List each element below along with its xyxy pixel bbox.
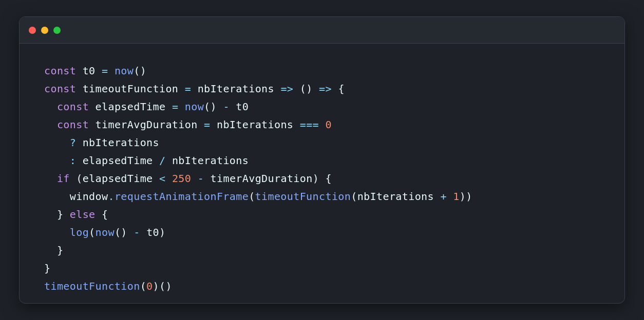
maximize-button[interactable] xyxy=(53,27,61,34)
code-line-1: const t0 = now() xyxy=(44,62,600,80)
code-line-12: } xyxy=(44,259,600,277)
code-line-3: const elapsedTime = now() - t0 xyxy=(44,98,600,116)
code-line-4: const timerAvgDuration = nbIterations ==… xyxy=(44,116,600,134)
code-line-11: } xyxy=(44,242,600,259)
code-line-13: timeoutFunction(0)() xyxy=(44,277,600,295)
code-line-6: : elapsedTime / nbIterations xyxy=(44,152,600,170)
code-line-10: log(now() - t0) xyxy=(44,224,600,242)
close-button[interactable] xyxy=(29,27,36,34)
code-line-9: } else { xyxy=(44,206,600,224)
code-line-7: if (elapsedTime < 250 - timerAvgDuration… xyxy=(44,170,600,188)
code-window: const t0 = now() const timeoutFunction =… xyxy=(19,16,625,304)
minimize-button[interactable] xyxy=(41,27,48,34)
titlebar xyxy=(20,17,624,44)
code-line-8: window.requestAnimationFrame(timeoutFunc… xyxy=(44,188,600,206)
code-line-5: ? nbIterations xyxy=(44,134,600,152)
code-line-2: const timeoutFunction = nbIterations => … xyxy=(44,80,600,98)
code-editor: const t0 = now() const timeoutFunction =… xyxy=(20,44,624,304)
